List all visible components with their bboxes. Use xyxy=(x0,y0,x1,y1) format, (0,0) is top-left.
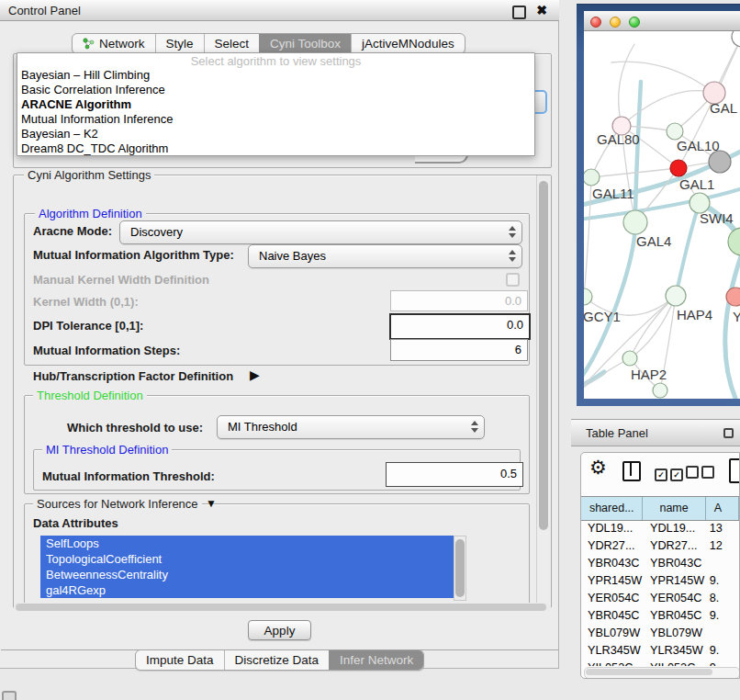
window-minimize-icon[interactable] xyxy=(610,17,621,28)
table-horizontal-scrollbar[interactable] xyxy=(584,667,740,679)
table-cell: 12 xyxy=(707,537,739,555)
table-row[interactable]: YER054CYER054C8. xyxy=(581,590,739,607)
tab-infer-network[interactable]: Infer Network xyxy=(329,650,423,670)
tab-cyni-toolbox[interactable]: Cyni Toolbox xyxy=(259,34,351,53)
network-edge[interactable] xyxy=(611,62,714,93)
table-cell: YDR27... xyxy=(644,537,707,555)
settings-group-title: Cyni Algorithm Settings xyxy=(24,168,154,182)
aracne-mode-select[interactable]: Discovery xyxy=(119,220,522,244)
which-threshold-label: Which threshold to use: xyxy=(67,421,203,435)
network-edge[interactable] xyxy=(725,254,740,399)
tab-style[interactable]: Style xyxy=(155,34,204,53)
window-zoom-icon[interactable] xyxy=(629,17,640,28)
threshold-definition-title: Threshold Definition xyxy=(33,389,147,402)
table-row[interactable]: YDR27...YDR27...12 xyxy=(581,537,739,555)
scrollbar-thumb[interactable] xyxy=(16,604,546,611)
sources-group-title: Sources for Network Inference xyxy=(33,497,202,511)
network-window-titlebar xyxy=(584,11,740,31)
network-edge[interactable] xyxy=(630,296,676,358)
table-row[interactable]: YPR145WYPR145W9. xyxy=(581,572,739,590)
window-close-icon[interactable] xyxy=(590,17,601,28)
column-header[interactable]: A xyxy=(706,497,739,520)
settings-vertical-scrollbar[interactable] xyxy=(536,175,550,607)
mi-threshold-field[interactable]: 0.5 xyxy=(386,462,523,487)
network-edge[interactable] xyxy=(676,203,700,296)
close-icon[interactable]: ✖ xyxy=(536,3,547,17)
collapse-arrow-icon[interactable]: ▼ xyxy=(206,497,217,510)
network-node-gal4[interactable] xyxy=(623,210,647,234)
algorithm-option[interactable]: Basic Correlation Inference xyxy=(17,83,534,97)
table-cell: 8. xyxy=(707,590,739,607)
table-cell: 9. xyxy=(707,572,739,590)
tab-discretize-data[interactable]: Discretize Data xyxy=(224,650,330,670)
table-row[interactable]: YIL052CYIL052C9. xyxy=(581,660,739,666)
dpi-tolerance-field[interactable]: 0.0 xyxy=(389,313,531,340)
apply-button[interactable]: Apply xyxy=(248,620,311,640)
spinner-arrows-icon xyxy=(509,226,515,239)
network-node-gal1[interactable] xyxy=(670,160,687,176)
select-all-columns-icon[interactable]: ✓✓ xyxy=(655,465,686,481)
table-panel-titlebar: Table Panel xyxy=(571,419,740,446)
scrollbar-thumb[interactable] xyxy=(586,669,712,675)
network-node-gal11[interactable] xyxy=(584,169,600,186)
table-row[interactable]: YLR345WYLR345W9. xyxy=(581,642,739,660)
algorithm-option[interactable]: Bayesian – K2 xyxy=(17,127,534,141)
network-node-hap4[interactable] xyxy=(666,286,686,306)
network-canvas[interactable]: GALGAL80GAL10GAL1GAL11SWI4GAL4GCY1HAP4YH… xyxy=(584,31,740,399)
network-node-y[interactable] xyxy=(726,288,740,306)
mi-type-select[interactable]: Naive Bayes xyxy=(248,244,522,268)
table-cell: YPR145W xyxy=(644,572,707,590)
tab-impute-data[interactable]: Impute Data xyxy=(136,650,224,670)
table-cell xyxy=(707,625,739,642)
tab-jactivemnodules[interactable]: jActiveMNodules xyxy=(351,34,465,53)
network-edge[interactable] xyxy=(630,296,676,358)
kernel-width-field[interactable]: 0.0 xyxy=(390,290,528,311)
tab-label: Style xyxy=(166,37,194,51)
table-cell: YDL19... xyxy=(581,520,644,537)
data-attributes-list[interactable]: SelfLoopsTopologicalCoefficientBetweenne… xyxy=(40,536,454,601)
manual-kernel-checkbox[interactable] xyxy=(506,273,520,287)
tab-label: Select xyxy=(215,37,250,51)
scrollbar-thumb[interactable] xyxy=(539,181,548,530)
expand-arrow-icon[interactable]: ▶ xyxy=(250,367,260,382)
column-layout-icon[interactable] xyxy=(622,461,641,481)
network-node[interactable] xyxy=(732,31,740,47)
table-row[interactable]: YBR045CYBR045C9. xyxy=(581,607,739,625)
algorithm-option[interactable]: Dream8 DC_TDC Algorithm xyxy=(17,141,534,156)
attribute-list-item[interactable]: SelfLoops xyxy=(40,536,454,551)
tab-network[interactable]: Network xyxy=(73,34,155,53)
node-label: HAP2 xyxy=(631,367,667,382)
network-edge[interactable] xyxy=(619,44,634,126)
attribute-list-scrollbar[interactable] xyxy=(454,536,466,601)
attribute-list-item[interactable]: TopologicalCoefficient xyxy=(40,551,454,567)
table-row[interactable]: YDL19...YDL19...13 xyxy=(581,520,739,537)
which-threshold-select[interactable]: MI Threshold xyxy=(217,415,485,439)
new-table-icon[interactable] xyxy=(729,458,740,483)
algorithm-option[interactable]: Mutual Information Inference xyxy=(17,112,534,127)
hub-definition-label: Hub/Transcription Factor Definition xyxy=(33,369,233,383)
float-window-icon[interactable] xyxy=(512,6,526,19)
column-header[interactable]: name xyxy=(643,497,705,520)
algorithm-option[interactable]: ARACNE Algorithm xyxy=(17,97,534,112)
table-row[interactable]: YBL079WYBL079W xyxy=(581,625,739,642)
deselect-all-columns-icon[interactable] xyxy=(686,466,717,482)
float-window-icon[interactable] xyxy=(723,428,734,438)
column-header[interactable]: shared... xyxy=(581,497,643,520)
cyni-bottom-tabs: Impute DataDiscretize DataInfer Network xyxy=(135,649,424,671)
network-node[interactable] xyxy=(653,383,667,398)
network-edge[interactable] xyxy=(584,177,591,297)
mi-steps-field[interactable]: 6 xyxy=(390,339,528,361)
network-node[interactable] xyxy=(728,228,740,255)
attribute-list-item[interactable]: gal4RGexp xyxy=(40,582,454,598)
table-cell: YLR345W xyxy=(581,642,644,660)
tab-select[interactable]: Select xyxy=(204,34,260,53)
algorithm-option[interactable]: Bayesian – Hill Climbing xyxy=(17,68,534,83)
scrollbar-thumb[interactable] xyxy=(455,539,465,597)
table-cell: YIL052C xyxy=(581,660,644,666)
table-row[interactable]: YBR043CYBR043C xyxy=(581,555,739,572)
gear-icon[interactable]: ⚙ xyxy=(589,457,607,479)
network-node-hap2[interactable] xyxy=(622,351,637,366)
network-node[interactable] xyxy=(709,151,731,173)
attribute-list-item[interactable]: BetweennessCentrality xyxy=(40,567,454,582)
settings-horizontal-scrollbar[interactable] xyxy=(14,603,551,612)
